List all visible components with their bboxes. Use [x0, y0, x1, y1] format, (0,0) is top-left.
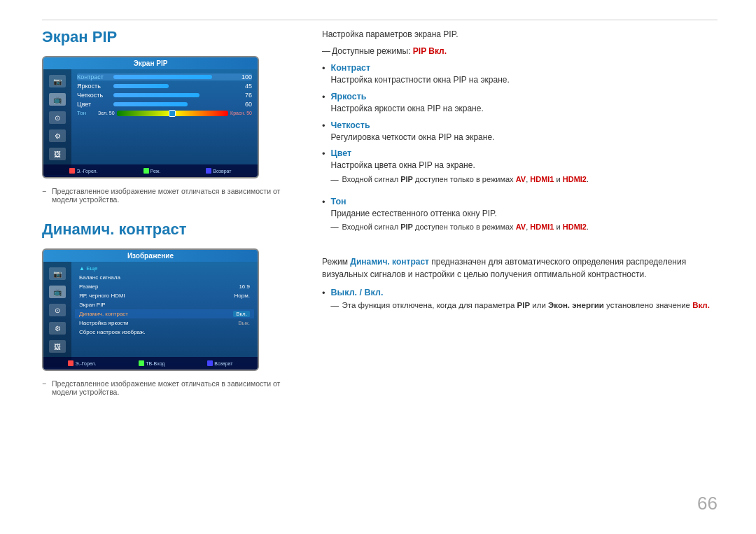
pip-slider-sharpness	[113, 93, 200, 97]
dc-btn-2: ТВ-Вход	[139, 360, 164, 366]
bullet-title-brightness: Яркость	[331, 92, 721, 101]
pip-btn-label-2: Реж.	[150, 169, 161, 174]
pip-caption: Представленное изображение может отличат…	[42, 187, 287, 204]
pip-label-contrast: Контраст	[77, 73, 113, 80]
bullet-desc-brightness: Настройка яркости окна PIP на экране.	[331, 103, 721, 115]
pip-tone-left-label: Зел. 50	[98, 111, 115, 115]
pip-right-intro: Настройка параметров экрана PIP.	[322, 28, 721, 41]
dc-row-size-value: 16:9	[239, 283, 250, 290]
pip-row-color: Цвет 60	[77, 101, 252, 108]
bullet-title-color: Цвет	[331, 148, 721, 158]
pip-label-sharpness: Четкость	[77, 92, 113, 99]
onoff-note-text: Эта функция отключена, когда для парамет…	[342, 301, 710, 309]
dc-menu-row-balance: Баланс сигнала	[75, 273, 254, 282]
dc-row-balance-label: Баланс сигнала	[79, 274, 250, 281]
bullet-tone: • Тон Придание естественного оттенка окн…	[322, 197, 721, 239]
bullet-contrast: • Контраст Настройка контрастности окна …	[322, 63, 721, 86]
bullet-title-sharpness: Четкость	[331, 120, 721, 130]
pip-btn-1: Э.-Горел.	[69, 168, 97, 174]
bullet-content-brightness: Яркость Настройка яркости окна PIP на эк…	[331, 92, 721, 115]
pip-caption-text: Представленное изображение может отличат…	[52, 187, 280, 204]
pip-btn-color-3	[206, 168, 211, 174]
dc-desc-dynamic: Динамич. контраст	[350, 257, 429, 267]
dc-btn-1: Э.-Горел.	[68, 360, 96, 366]
dc-screen-inner: Изображение 📷 📺 ⊙ ⚙ 🖼 ▲ Еще	[43, 250, 258, 370]
bullet-onoff: • Выкл. / Вкл. — Эта функция отключена, …	[322, 288, 721, 317]
bullet-desc-contrast: Настройка контрастности окна PIP на экра…	[331, 74, 721, 86]
pip-screen-title: Экран PIP	[43, 57, 258, 69]
dc-sidebar-icon-3: ⊙	[49, 304, 66, 316]
tone-note-text: Входной сигнал PIP доступен только в реж…	[342, 223, 589, 231]
tone-note: — Входной сигнал PIP доступен только в р…	[331, 221, 721, 233]
tone-note-dash: —	[331, 221, 339, 233]
bullet-brightness: • Яркость Настройка яркости окна PIP на …	[322, 92, 721, 115]
pip-tone-slider	[117, 111, 228, 116]
bullet-content-onoff: Выкл. / Вкл. — Эта функция отключена, ко…	[331, 288, 721, 317]
dc-row-brightness-value: Вык.	[238, 320, 250, 326]
dc-screen-title: Изображение	[43, 250, 258, 262]
dc-menu-row-size: Размер 16:9	[75, 282, 254, 291]
dc-row-size-label: Размер	[79, 283, 239, 290]
right-column: Настройка параметров экрана PIP. — Досту…	[308, 28, 721, 506]
section-pip-title: Экран PIP	[42, 28, 287, 46]
bullet-sharpness: • Четкость Регулировка четкости окна PIP…	[322, 120, 721, 143]
bullet-color: • Цвет Настройка цвета окна PIP на экран…	[322, 148, 721, 190]
pip-btn-color-1	[69, 168, 75, 174]
pip-label-color: Цвет	[77, 101, 113, 108]
dc-menu-row-dc: Динамич. контраст Вкл.	[75, 309, 254, 318]
bullet-desc-color: Настройка цвета окна PIP на экране.	[331, 160, 721, 171]
dc-row-dc-label: Динамич. контраст	[79, 311, 233, 317]
dc-desc-prefix: Режим	[322, 257, 350, 267]
pip-row-tone: Тон Зел. 50 Красн. 50	[77, 110, 252, 116]
dc-caption: Представленное изображение может отличат…	[42, 379, 287, 396]
dc-btn-color-1	[68, 360, 74, 366]
bullet-content-tone: Тон Придание естественного оттенка окну …	[331, 197, 721, 239]
dc-row-reset-label: Сброс настроек изображ.	[79, 329, 250, 335]
dc-sidebar-icon-4: ⚙	[49, 322, 66, 335]
color-note: — Входной сигнал PIP доступен только в р…	[331, 174, 721, 185]
pip-right-mode: — Доступные режимы: PIP Вкл.	[322, 46, 721, 56]
pip-value-color: 60	[239, 101, 252, 108]
bullet-dot-2: •	[322, 92, 326, 115]
dc-sidebar-icon-2: 📺	[49, 286, 66, 298]
bullet-title-tone: Тон	[331, 197, 721, 206]
pip-btn-label-1: Э.-Горел.	[76, 169, 97, 174]
pip-slider-color	[113, 102, 188, 106]
pip-value-sharpness: 76	[239, 92, 252, 99]
bullet-title-onoff: Выкл. / Вкл.	[331, 288, 721, 297]
mode-label-value: PIP Вкл.	[413, 46, 447, 56]
pip-slider-contrast-container	[113, 75, 237, 79]
bullet-dot-onoff: •	[322, 288, 326, 317]
pip-slider-brightness-container	[113, 84, 237, 88]
pip-row-contrast: Контраст 100	[77, 73, 252, 80]
pip-slider-brightness	[113, 84, 169, 88]
onoff-note: — Эта функция отключена, когда для парам…	[331, 300, 721, 311]
dc-screen-main: ▲ Еще Баланс сигнала Размер 16:9 ЯР. чер…	[71, 262, 258, 367]
pip-value-brightness: 45	[239, 83, 252, 90]
pip-row-brightness: Яркость 45	[77, 83, 252, 90]
dc-btn-label-2: ТВ-Вход	[146, 361, 164, 366]
color-note-dash: —	[331, 174, 339, 185]
pip-screen-content: 📷 📺 ⊙ ⚙ 🖼 Контраст	[43, 69, 258, 175]
pip-sidebar: 📷 📺 ⊙ ⚙ 🖼	[43, 69, 71, 175]
page-number: 66	[697, 493, 718, 514]
sidebar-icon-3: ⊙	[49, 111, 66, 124]
dc-btn-color-3	[207, 360, 213, 366]
bullet-content-color: Цвет Настройка цвета окна PIP на экране.…	[331, 148, 721, 190]
dc-row-hdmi-value: Норм.	[234, 293, 250, 299]
bullet-content-contrast: Контраст Настройка контрастности окна PI…	[331, 63, 721, 86]
pip-slider-sharpness-container	[113, 93, 237, 97]
pip-btn-3: Возврат	[206, 168, 231, 174]
dc-screen-mock: Изображение 📷 📺 ⊙ ⚙ 🖼 ▲ Еще	[42, 248, 259, 371]
sidebar-icon-2: 📺	[49, 93, 66, 106]
dc-row-dc-value: Вкл.	[233, 311, 250, 317]
dc-btn-label-1: Э.-Горел.	[75, 361, 96, 366]
dc-sidebar-icon-1: 📷	[49, 267, 66, 280]
pip-btn-color-2	[144, 168, 149, 174]
dc-menu-row-more: ▲ Еще	[75, 264, 254, 273]
dc-menu-row-hdmi: ЯР. черного HDMI Норм.	[75, 291, 254, 300]
mode-dash: —	[322, 46, 330, 56]
pip-btn-label-3: Возврат	[213, 169, 231, 174]
pip-screen-inner: Экран PIP 📷 📺 ⊙ ⚙ 🖼 Контраст	[43, 57, 258, 177]
mode-label-prefix: Доступные режимы:	[332, 46, 413, 56]
